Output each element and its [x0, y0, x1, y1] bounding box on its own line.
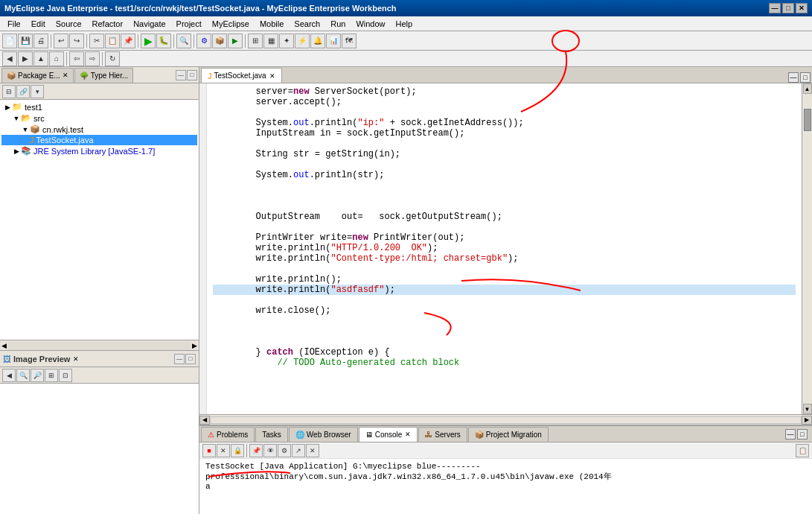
deploy-button[interactable]: 📦: [212, 34, 227, 48]
back-button[interactable]: ◀: [2, 51, 17, 66]
tab-console[interactable]: 🖥 Console ✕: [359, 427, 418, 442]
menu-search[interactable]: Search: [290, 18, 325, 30]
left-panel-minimize[interactable]: —: [176, 70, 186, 80]
left-scroll-track[interactable]: [8, 341, 191, 350]
menu-mobile[interactable]: Mobile: [255, 18, 288, 30]
h-scroll-track[interactable]: [210, 416, 802, 424]
menu-file[interactable]: File: [3, 18, 25, 30]
new-button[interactable]: 📄: [2, 34, 17, 48]
build-button[interactable]: ⚙: [196, 34, 211, 48]
left-scroll-right-btn[interactable]: ▶: [191, 342, 199, 349]
server-button[interactable]: ▶: [228, 34, 243, 48]
console-clear-btn[interactable]: ✕: [217, 444, 230, 457]
forward-button[interactable]: ▶: [18, 51, 33, 66]
img-preview-minimize[interactable]: —: [174, 354, 185, 364]
redo-button[interactable]: ↪: [69, 34, 84, 48]
extras-button5[interactable]: 🗺: [342, 34, 357, 48]
tab-console-close[interactable]: ✕: [405, 431, 411, 438]
package-explorer-tree[interactable]: ▶ 📁 test1 ▼ 📂 src ▼ 📦 cn.rwkj.test J Tes…: [0, 100, 199, 340]
save-button[interactable]: 💾: [18, 34, 33, 48]
minimize-button[interactable]: —: [769, 3, 781, 13]
package-explorer-tab[interactable]: 📦 Package E... ✕: [1, 68, 74, 83]
scroll-track[interactable]: [803, 94, 812, 404]
copy-button[interactable]: 📋: [105, 34, 120, 48]
tab-tasks[interactable]: Tasks: [255, 427, 288, 442]
left-scroll-left-btn[interactable]: ◀: [0, 342, 8, 349]
tab-web-browser[interactable]: 🌐 Web Browser: [289, 427, 358, 442]
code-editor[interactable]: server=new ServerSocket(port); server.ac…: [199, 83, 812, 414]
up-button[interactable]: ▲: [33, 51, 48, 66]
editor-maximize-btn[interactable]: □: [800, 72, 811, 83]
tree-item-jre[interactable]: ▶ 📚 JRE System Library [JavaSE-1.7]: [1, 145, 197, 156]
menu-run[interactable]: Run: [326, 18, 350, 30]
extras-button3[interactable]: 🔔: [310, 34, 325, 48]
close-button[interactable]: ✕: [796, 3, 808, 13]
menu-source[interactable]: Source: [51, 18, 86, 30]
tab-problems[interactable]: ⚠ Problems: [201, 427, 255, 442]
menu-help[interactable]: Help: [391, 18, 418, 30]
img-fit-button[interactable]: ⊞: [45, 369, 58, 382]
collapse-all-button[interactable]: ⊟: [2, 85, 16, 98]
toggle-jre[interactable]: ▶: [12, 147, 21, 156]
bottom-minimize-btn[interactable]: —: [785, 429, 796, 440]
print-button[interactable]: 🖨: [33, 34, 48, 48]
maximize-button[interactable]: □: [782, 3, 794, 13]
type-hierarchy-tab[interactable]: 🌳 Type Hier...: [74, 68, 134, 83]
view-button[interactable]: ▦: [263, 34, 278, 48]
editor-minimize-btn[interactable]: —: [788, 72, 799, 83]
img-preview-maximize[interactable]: □: [185, 354, 196, 364]
menu-window[interactable]: Window: [351, 18, 389, 30]
left-panel-maximize[interactable]: □: [187, 70, 197, 80]
img-actual-size-button[interactable]: ⊡: [59, 369, 72, 382]
editor-tab-close[interactable]: ✕: [269, 72, 275, 80]
console-copy-btn[interactable]: 📋: [796, 444, 809, 457]
link-with-editor-button[interactable]: 🔗: [16, 85, 30, 98]
console-scroll-lock-btn[interactable]: 🔒: [231, 444, 244, 457]
toggle-package[interactable]: ▼: [21, 125, 30, 134]
scroll-thumb[interactable]: [804, 109, 811, 131]
menu-edit[interactable]: Edit: [27, 18, 50, 30]
h-scroll-right-btn[interactable]: ▶: [802, 416, 812, 425]
tree-item-package[interactable]: ▼ 📦 cn.rwkj.test: [1, 124, 197, 135]
menu-refactor[interactable]: Refactor: [88, 18, 128, 30]
window-controls[interactable]: — □ ✕: [769, 3, 808, 13]
left-h-scrollbar[interactable]: ◀ ▶: [0, 340, 199, 350]
img-zoom-in-button[interactable]: 🔎: [31, 369, 44, 382]
search-button[interactable]: 🔍: [176, 34, 191, 48]
paste-button[interactable]: 📌: [121, 34, 135, 48]
cut-button[interactable]: ✂: [89, 34, 104, 48]
tab-project-migration[interactable]: 📦 Project Migration: [468, 427, 549, 442]
home-button[interactable]: ⌂: [49, 51, 64, 66]
tree-item-test1[interactable]: ▶ 📁 test1: [1, 101, 197, 112]
nav-btn2[interactable]: ⇦: [69, 51, 84, 66]
img-prev-button[interactable]: ◀: [2, 369, 16, 382]
console-view-btn[interactable]: 👁: [263, 444, 277, 457]
debug-button[interactable]: 🐛: [156, 34, 171, 48]
console-open-btn[interactable]: ↗: [292, 444, 305, 457]
undo-button[interactable]: ↩: [54, 34, 68, 48]
menu-navigate[interactable]: Navigate: [129, 18, 170, 30]
console-stop-btn[interactable]: ■: [202, 444, 216, 457]
tab-servers[interactable]: 🖧 Servers: [418, 427, 467, 442]
run-button[interactable]: ▶: [141, 34, 156, 48]
img-zoom-out-button[interactable]: 🔍: [16, 369, 30, 382]
extras-button2[interactable]: ⚡: [295, 34, 310, 48]
extras-button1[interactable]: ✦: [279, 34, 294, 48]
nav-btn3[interactable]: ⇨: [85, 51, 100, 66]
package-explorer-close[interactable]: ✕: [63, 72, 68, 79]
tree-item-testsocket[interactable]: J TestSocket.java: [1, 135, 197, 145]
editor-h-scrollbar[interactable]: ◀ ▶: [199, 414, 812, 425]
console-settings-btn[interactable]: ⚙: [278, 444, 291, 457]
extras-button4[interactable]: 📊: [326, 34, 341, 48]
image-preview-close[interactable]: ✕: [73, 355, 79, 363]
scroll-down-btn[interactable]: ▼: [803, 404, 812, 414]
editor-vertical-scrollbar[interactable]: ▲ ▼: [802, 83, 812, 414]
scroll-up-btn[interactable]: ▲: [803, 83, 812, 94]
menu-project[interactable]: Project: [172, 18, 206, 30]
menu-myeclipse[interactable]: MyEclipse: [208, 18, 254, 30]
view-menu-button[interactable]: ▾: [31, 85, 44, 98]
console-close-btn[interactable]: ✕: [306, 444, 319, 457]
perspective-button[interactable]: ⊞: [248, 34, 263, 48]
toggle-src[interactable]: ▼: [12, 114, 21, 123]
editor-tab-testsocket[interactable]: J TestSocket.java ✕: [201, 68, 282, 83]
